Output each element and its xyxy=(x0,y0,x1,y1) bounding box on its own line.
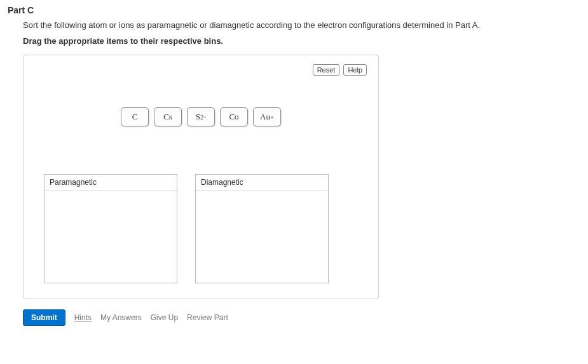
bin-diamagnetic-label: Diamagnetic xyxy=(196,175,328,191)
bin-diamagnetic[interactable]: Diamagnetic xyxy=(195,174,329,283)
bin-paramagnetic-label: Paramagnetic xyxy=(44,175,177,191)
help-button[interactable]: Help xyxy=(343,64,367,76)
instruction-text: Drag the appropriate items to their resp… xyxy=(23,36,580,46)
part-header: Part C xyxy=(8,5,580,15)
work-area: Reset Help C Cs S2- Co Au+ Paramagnetic … xyxy=(23,55,379,299)
review-part-link[interactable]: Review Part xyxy=(187,313,228,322)
drag-item-co[interactable]: Co xyxy=(220,107,248,126)
drag-item-c[interactable]: C xyxy=(121,107,149,126)
toolbar: Reset Help xyxy=(35,64,367,76)
bin-paramagnetic[interactable]: Paramagnetic xyxy=(44,174,177,283)
question-text: Sort the following atom or ions as param… xyxy=(23,20,580,30)
bins-row: Paramagnetic Diamagnetic xyxy=(44,174,367,283)
my-answers-link[interactable]: My Answers xyxy=(100,313,142,322)
draggable-items-row: C Cs S2- Co Au+ xyxy=(35,107,367,126)
submit-button[interactable]: Submit xyxy=(23,309,65,326)
hints-link[interactable]: Hints xyxy=(74,313,92,322)
drag-item-cs[interactable]: Cs xyxy=(154,107,182,126)
drag-item-au-plus[interactable]: Au+ xyxy=(253,107,281,126)
reset-button[interactable]: Reset xyxy=(313,64,340,76)
give-up-link[interactable]: Give Up xyxy=(151,313,178,322)
footer-row: Submit Hints My Answers Give Up Review P… xyxy=(23,309,580,326)
drag-item-s2minus[interactable]: S2- xyxy=(187,107,215,126)
